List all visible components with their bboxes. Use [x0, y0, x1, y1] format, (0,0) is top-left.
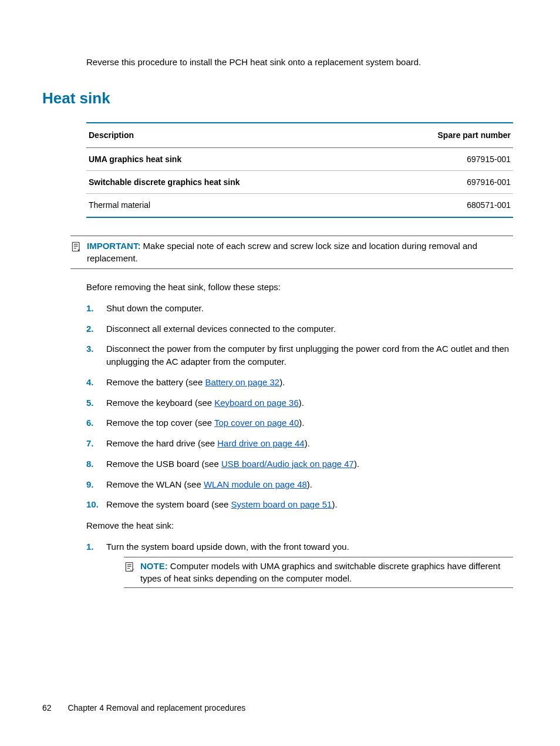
- important-callout: IMPORTANT: Make special note of each scr…: [70, 236, 513, 270]
- list-item: Remove the keyboard (see Keyboard on pag…: [86, 396, 513, 409]
- svg-rect-1: [126, 562, 133, 571]
- table-header-description: Description: [86, 123, 371, 147]
- list-item: Remove the hard drive (see Hard drive on…: [86, 437, 513, 450]
- important-text: Make special note of each screw and scre…: [87, 241, 477, 264]
- important-icon: [70, 240, 87, 266]
- page-footer: 62 Chapter 4 Removal and replacement pro…: [42, 702, 245, 714]
- cross-reference-link[interactable]: System board on page 51: [231, 499, 332, 509]
- step-text-post: ).: [279, 377, 285, 387]
- table-header-partnumber: Spare part number: [371, 123, 513, 147]
- chapter-label: Chapter 4 Removal and replacement proced…: [68, 703, 245, 713]
- table-cell-partnumber: 680571-001: [371, 194, 513, 217]
- step-text-post: ).: [332, 499, 337, 509]
- prep-steps-list: Shut down the computer.Disconnect all ex…: [86, 302, 513, 511]
- step-text-post: ).: [305, 438, 310, 448]
- step-text: Remove the battery (see: [106, 377, 205, 387]
- cross-reference-link[interactable]: USB board/Audio jack on page 47: [221, 459, 354, 469]
- step-text: Remove the keyboard (see: [106, 398, 214, 408]
- list-item: Remove the system board (see System boar…: [86, 498, 513, 511]
- document-page: Reverse this procedure to install the PC…: [0, 0, 560, 746]
- step-text: Remove the USB board (see: [106, 459, 221, 469]
- table-cell-description: UMA graphics heat sink: [86, 147, 371, 170]
- step-text: Turn the system board upside down, with …: [106, 542, 349, 552]
- step-text: Disconnect the power from the computer b…: [106, 344, 509, 367]
- remove-steps-list: Turn the system board upside down, with …: [86, 540, 513, 588]
- cross-reference-link[interactable]: Hard drive on page 44: [217, 438, 304, 448]
- cross-reference-link[interactable]: Keyboard on page 36: [214, 398, 298, 408]
- step-text-post: ).: [307, 479, 312, 489]
- table-cell-description: Switchable discrete graphics heat sink: [86, 171, 371, 194]
- table-row: Thermal material680571-001: [86, 194, 513, 217]
- note-callout: NOTE: Computer models with UMA graphics …: [124, 557, 513, 589]
- list-item: Remove the USB board (see USB board/Audi…: [86, 458, 513, 471]
- table-cell-description: Thermal material: [86, 194, 371, 217]
- before-removing-text: Before removing the heat sink, follow th…: [86, 281, 513, 294]
- step-text: Disconnect all external devices connecte…: [106, 324, 336, 334]
- remove-heatsink-text: Remove the heat sink:: [86, 519, 513, 532]
- table-cell-partnumber: 697916-001: [371, 171, 513, 194]
- step-text: Remove the hard drive (see: [106, 438, 217, 448]
- list-item: Remove the battery (see Battery on page …: [86, 376, 513, 389]
- list-item: Remove the top cover (see Top cover on p…: [86, 416, 513, 429]
- cross-reference-link[interactable]: Battery on page 32: [205, 377, 279, 387]
- table-row: Switchable discrete graphics heat sink69…: [86, 171, 513, 194]
- list-item: Remove the WLAN (see WLAN module on page…: [86, 478, 513, 491]
- step-text: Shut down the computer.: [106, 303, 204, 313]
- important-label: IMPORTANT:: [87, 241, 140, 251]
- list-item: Disconnect the power from the computer b…: [86, 342, 513, 368]
- page-number: 62: [42, 703, 52, 713]
- intro-text: Reverse this procedure to install the PC…: [86, 56, 513, 69]
- step-text: Remove the top cover (see: [106, 418, 214, 428]
- table-cell-partnumber: 697915-001: [371, 147, 513, 170]
- note-icon: [124, 560, 140, 586]
- step-text-post: ).: [299, 418, 304, 428]
- note-label: NOTE:: [140, 561, 168, 571]
- list-item: Shut down the computer.: [86, 302, 513, 315]
- step-text-post: ).: [299, 398, 304, 408]
- step-text: Remove the system board (see: [106, 499, 231, 509]
- section-heading: Heat sink: [42, 88, 513, 110]
- step-text-post: ).: [354, 459, 359, 469]
- list-item: Turn the system board upside down, with …: [86, 540, 513, 588]
- parts-table: Description Spare part number UMA graphi…: [86, 122, 513, 217]
- table-row: UMA graphics heat sink697915-001: [86, 147, 513, 170]
- cross-reference-link[interactable]: Top cover on page 40: [214, 418, 299, 428]
- list-item: Disconnect all external devices connecte…: [86, 322, 513, 335]
- cross-reference-link[interactable]: WLAN module on page 48: [204, 479, 307, 489]
- note-text: Computer models with UMA graphics and sw…: [140, 561, 500, 584]
- step-text: Remove the WLAN (see: [106, 479, 204, 489]
